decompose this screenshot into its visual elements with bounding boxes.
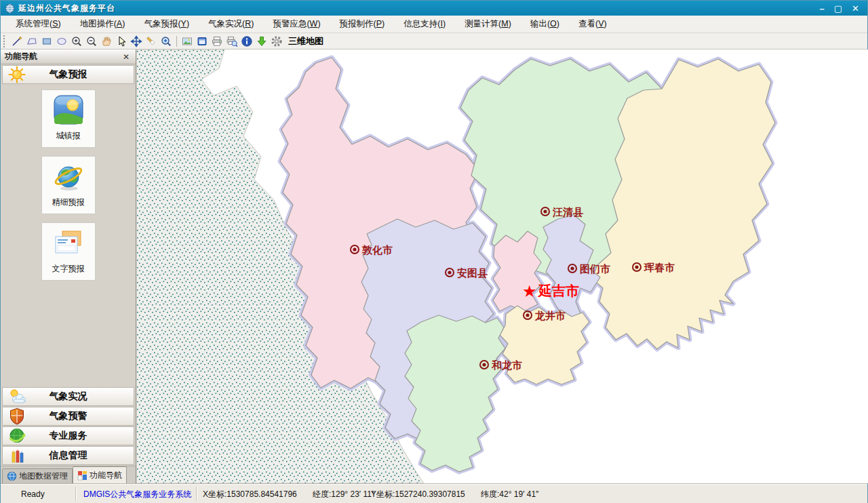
tab-globe-icon xyxy=(7,471,17,481)
window-title: 延边州公共气象服务平台 xyxy=(18,3,820,14)
sun-cloud-icon xyxy=(8,388,26,405)
info-management-section[interactable]: 信息管理 xyxy=(2,446,134,465)
menu-bar: 系统管理(S)地图操作(A)气象预报(Y)气象实况(R)预警应急(W)预报制作(… xyxy=(1,16,867,33)
status-ready: Ready xyxy=(21,489,45,499)
polygon-icon[interactable] xyxy=(24,35,39,48)
toolbar: 三维地图 xyxy=(1,33,867,49)
city-label: 汪清县 xyxy=(552,206,583,218)
button-label: 文字预报 xyxy=(52,263,85,275)
tab-label: 地图数据管理 xyxy=(19,470,68,482)
weather-live-section[interactable]: 气象实况 xyxy=(2,387,134,406)
zoom-full-icon[interactable] xyxy=(159,35,174,48)
pan-icon[interactable] xyxy=(99,35,114,48)
map-data-tab[interactable]: 地图数据管理 xyxy=(2,468,73,483)
city-yanji: ★延吉市 xyxy=(522,282,579,300)
close-button[interactable]: ✕ xyxy=(852,4,859,13)
forecast-buttons-area: 城镇报精细预报文字预报 xyxy=(1,84,136,386)
ellipse-icon[interactable] xyxy=(54,35,69,48)
city-marker-dot xyxy=(543,209,547,213)
city-label: 延吉市 xyxy=(537,283,579,298)
shield-icon xyxy=(8,407,26,425)
text-doc-icon xyxy=(52,226,85,259)
status-separator xyxy=(75,487,76,501)
map-canvas[interactable]: 汪清县敦化市安图县图们市珲春市★延吉市龙井市和龙市 xyxy=(136,49,868,483)
status-system-name: DMGIS公共气象服务业务系统 xyxy=(83,488,191,500)
green-globe-icon xyxy=(8,427,26,445)
pencils-icon xyxy=(8,447,26,464)
zoom-in-icon[interactable] xyxy=(69,35,84,48)
town-forecast-button[interactable]: 城镇报 xyxy=(41,89,96,148)
city-label: 安图县 xyxy=(457,267,488,279)
clear-icon[interactable] xyxy=(144,35,159,48)
professional-service-section[interactable]: 专业服务 xyxy=(2,426,134,445)
tab-label: 功能导航 xyxy=(90,470,122,481)
menu-item-forecast-production[interactable]: 预报制作(P) xyxy=(330,16,395,33)
download-icon[interactable] xyxy=(254,35,269,48)
city-marker-dot xyxy=(448,270,451,274)
window-icon[interactable] xyxy=(195,35,210,48)
zoom-out-icon[interactable] xyxy=(84,35,99,48)
city-label: 和龙市 xyxy=(491,359,522,371)
city-label: 珲春市 xyxy=(644,262,675,273)
fine-forecast-button[interactable]: 精细预报 xyxy=(41,156,96,214)
menu-item-info-support[interactable]: 信息支持(I) xyxy=(394,16,455,33)
section-weather-forecast[interactable]: 气象预报 xyxy=(2,65,134,84)
image-export-icon[interactable] xyxy=(180,35,195,48)
sun-icon xyxy=(8,66,26,83)
menu-item-measure-calc[interactable]: 测量计算(M) xyxy=(455,16,521,33)
print-icon[interactable] xyxy=(210,35,224,48)
weather-warning-section[interactable]: 气象预警 xyxy=(2,407,134,426)
app-globe-icon xyxy=(5,3,15,14)
button-label: 城镇报 xyxy=(56,130,81,142)
menu-item-map-operation[interactable]: 地图操作(A) xyxy=(71,16,135,33)
town-icon xyxy=(52,94,85,126)
maximize-button[interactable]: ▢ xyxy=(834,4,842,13)
print-preview-icon[interactable] xyxy=(224,35,239,48)
city-label: 敦化市 xyxy=(361,244,393,256)
capital-star-icon: ★ xyxy=(522,282,537,300)
status-separator xyxy=(196,487,197,501)
rectangle-icon[interactable] xyxy=(39,35,54,48)
status-longitude: 经度:129° 23′ 11″ xyxy=(313,488,374,500)
city-marker-dot xyxy=(353,247,356,251)
toolbar-grip[interactable] xyxy=(3,35,7,47)
menu-item-weather-live[interactable]: 气象实况(R) xyxy=(199,16,263,33)
settings-icon[interactable] xyxy=(269,35,284,48)
status-latitude: 纬度:42° 19′ 41″ xyxy=(481,488,538,500)
function-nav-tab[interactable]: 功能导航 xyxy=(73,466,127,483)
sidebar-tab-bar: 地图数据管理功能导航 xyxy=(1,466,136,483)
application-window: 延边州公共气象服务平台 –▢✕ 系统管理(S)地图操作(A)气象预报(Y)气象实… xyxy=(0,0,868,503)
city-marker-dot xyxy=(482,363,486,366)
draw-line-icon[interactable] xyxy=(9,35,24,48)
panel-header: 功能导航 ✕ xyxy=(1,49,136,64)
title-bar: 延边州公共气象服务平台 –▢✕ xyxy=(1,1,867,16)
tab-panel-icon xyxy=(77,470,87,481)
panel-close-icon[interactable]: ✕ xyxy=(121,52,132,62)
window-controls: –▢✕ xyxy=(820,4,863,13)
sidebar-bottom-sections: 气象实况气象预警专业服务信息管理 xyxy=(1,386,136,466)
city-marker-dot xyxy=(635,265,638,268)
menu-item-system-management[interactable]: 系统管理(S) xyxy=(6,16,71,33)
status-bar: Ready DMGIS公共气象服务业务系统 X坐标:1530785.845417… xyxy=(1,483,867,503)
main-area: 功能导航 ✕ 气象预报 xyxy=(1,49,868,483)
map-3d-label[interactable]: 三维地图 xyxy=(288,35,323,47)
move-icon[interactable] xyxy=(129,35,144,48)
button-label: 精细预报 xyxy=(52,197,85,208)
city-marker-dot xyxy=(526,313,529,317)
panel-title: 功能导航 xyxy=(5,51,121,62)
city-label: 龙井市 xyxy=(534,310,566,321)
status-x-coordinate: X坐标:1530785.84541796 xyxy=(203,488,297,500)
minimize-button[interactable]: – xyxy=(820,4,825,13)
select-icon[interactable] xyxy=(114,35,129,48)
city-marker-dot xyxy=(570,266,574,270)
globe-ring-icon xyxy=(52,160,85,193)
menu-item-weather-forecast[interactable]: 气象预报(Y) xyxy=(134,16,199,33)
menu-item-output[interactable]: 输出(O) xyxy=(521,16,569,33)
menu-item-warning-emergency[interactable]: 预警应急(W) xyxy=(263,16,330,33)
toolbar-separator xyxy=(176,36,177,47)
status-y-coordinate: Y坐标:1527240.39307815 xyxy=(371,488,465,500)
info-icon[interactable] xyxy=(239,35,254,48)
menu-item-view[interactable]: 查看(V) xyxy=(569,16,616,33)
text-forecast-button[interactable]: 文字预报 xyxy=(41,222,96,281)
city-label: 图们市 xyxy=(580,263,610,275)
